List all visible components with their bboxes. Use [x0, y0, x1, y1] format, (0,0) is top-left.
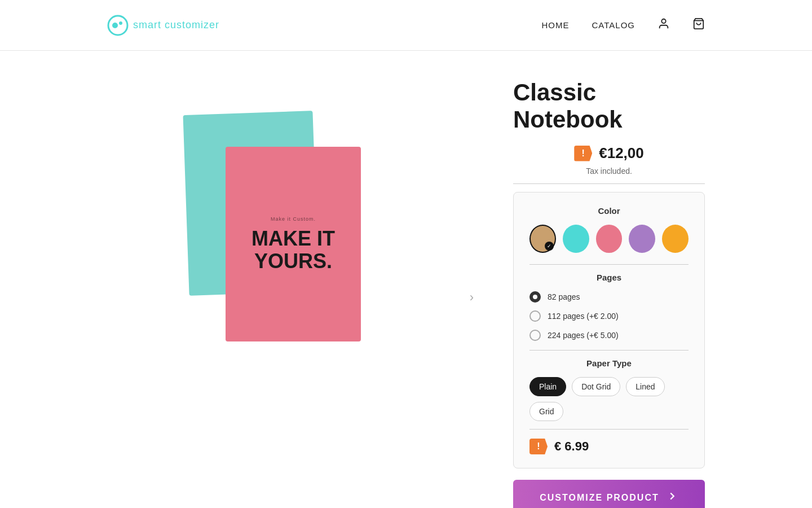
color-check-tan: ✓	[545, 242, 554, 251]
notebook-front: Make it Custom. MAKE ITYOURS.	[226, 147, 361, 341]
notebook-big-text: MAKE ITYOURS.	[251, 227, 335, 272]
paper-dotgrid[interactable]: Dot Grid	[572, 377, 620, 396]
product-price-2: € 6.99	[554, 439, 589, 454]
tax-text: Tax included.	[513, 167, 705, 176]
svg-point-1	[112, 23, 118, 28]
cart-icon[interactable]	[692, 17, 705, 33]
customize-button-icon	[666, 490, 678, 505]
notebook-small-text: Make it Custom.	[271, 216, 316, 222]
header: smart customizer HOME CATALOG	[0, 0, 812, 51]
color-pink[interactable]	[596, 225, 623, 253]
customize-button[interactable]: CUSTOMIZE PRODUCT	[513, 480, 705, 508]
divider-pages-paper	[529, 350, 689, 351]
price-row: ! €12,00	[513, 144, 705, 162]
login-icon[interactable]	[657, 17, 670, 33]
color-teal[interactable]	[563, 225, 589, 253]
radio-224	[529, 330, 541, 341]
price-row-2: ! € 6.99	[529, 439, 689, 454]
color-orange[interactable]	[662, 225, 689, 253]
radio-82	[529, 291, 541, 303]
color-swatches: ✓	[529, 225, 689, 253]
svg-point-2	[119, 21, 122, 25]
radio-112	[529, 310, 541, 322]
color-tan[interactable]: ✓	[529, 225, 556, 253]
nav-home[interactable]: HOME	[542, 20, 570, 30]
nav-catalog[interactable]: CATALOG	[592, 20, 635, 30]
logo-text: smart customizer	[133, 19, 219, 31]
pages-label: Pages	[529, 273, 689, 282]
paper-options-row: Plain Dot Grid Lined Grid	[529, 377, 689, 421]
logo-icon	[107, 15, 129, 36]
paper-section: Paper Type Plain Dot Grid Lined Grid	[529, 358, 689, 421]
paper-label: Paper Type	[529, 358, 689, 368]
paper-lined[interactable]: Lined	[626, 377, 664, 396]
main-nav: HOME CATALOG	[542, 17, 705, 33]
product-details: Classic Notebook ! €12,00 Tax included. …	[513, 79, 705, 508]
pages-text-224: 224 pages (+€ 5.00)	[548, 331, 619, 340]
product-price: €12,00	[599, 144, 644, 162]
divider-color-pages	[529, 264, 689, 265]
product-image-area: Make it Custom. MAKE ITYOURS. ›	[107, 79, 479, 508]
options-box: Color ✓ Pages 82 pages	[513, 192, 705, 468]
divider-paper-price	[529, 429, 689, 430]
price-badge-2-icon: !	[529, 439, 548, 454]
paper-grid[interactable]: Grid	[529, 402, 563, 421]
color-label: Color	[529, 206, 689, 216]
paper-plain[interactable]: Plain	[529, 377, 566, 396]
customize-button-label: CUSTOMIZE PRODUCT	[540, 493, 659, 503]
pages-option-82[interactable]: 82 pages	[529, 291, 689, 303]
color-purple[interactable]	[629, 225, 655, 253]
svg-point-3	[661, 19, 665, 23]
pages-text-82: 82 pages	[548, 292, 580, 301]
color-section: Color ✓	[529, 206, 689, 253]
pages-text-112: 112 pages (+€ 2.00)	[548, 312, 619, 321]
logo-area: smart customizer	[107, 15, 219, 36]
pages-option-224[interactable]: 224 pages (+€ 5.00)	[529, 330, 689, 341]
divider-top	[513, 183, 705, 184]
price-badge-icon: !	[574, 146, 592, 161]
notebook-image: Make it Custom. MAKE ITYOURS.	[152, 79, 434, 373]
product-title: Classic Notebook	[513, 79, 705, 133]
image-next-arrow[interactable]: ›	[470, 290, 474, 305]
pages-section: Pages 82 pages 112 pages (+€ 2.00) 224 p…	[529, 273, 689, 341]
pages-option-112[interactable]: 112 pages (+€ 2.00)	[529, 310, 689, 322]
main-content: Make it Custom. MAKE ITYOURS. › Classic …	[0, 51, 812, 508]
